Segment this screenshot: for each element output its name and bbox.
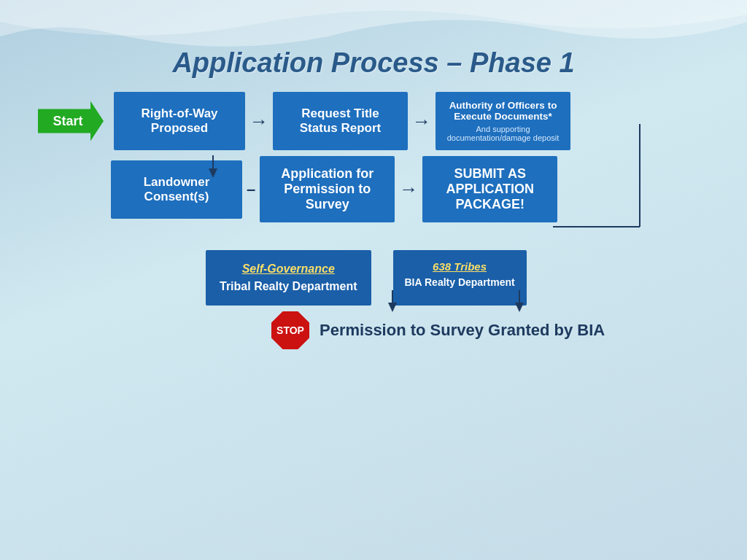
arrow-r1-1: → xyxy=(249,110,268,133)
tribes-638-box: 638 Tribes BIA Realty Department xyxy=(393,250,527,306)
title-status-box: Request Title Status Report xyxy=(273,92,408,150)
stop-row: STOP Permission to Survey Granted by BIA xyxy=(38,311,709,349)
arrow-r2-1: – xyxy=(247,180,255,199)
stop-sign: STOP xyxy=(271,311,309,349)
arrow-r2-2: → xyxy=(399,178,418,201)
self-governance-box: Self-Governance Tribal Realty Department xyxy=(206,250,371,306)
right-of-way-box: Right-of-Way Proposed xyxy=(114,92,245,150)
flow-diagram: Start Right-of-Way Proposed → Request Ti… xyxy=(38,92,709,349)
landowner-box: Landowner Consent(s) xyxy=(111,160,242,219)
start-arrow: Start xyxy=(38,101,104,141)
arrow-r1-2: → xyxy=(412,110,431,133)
page-title: Application Process – Phase 1 xyxy=(22,47,725,79)
permission-text: Permission to Survey Granted by BIA xyxy=(320,321,605,340)
submit-box: SUBMIT AS APPLICATION PACKAGE! xyxy=(422,156,557,222)
authority-box: Authority of Officers to Execute Documen… xyxy=(436,92,570,150)
application-survey-box: Application for Permission to Survey xyxy=(260,156,395,222)
